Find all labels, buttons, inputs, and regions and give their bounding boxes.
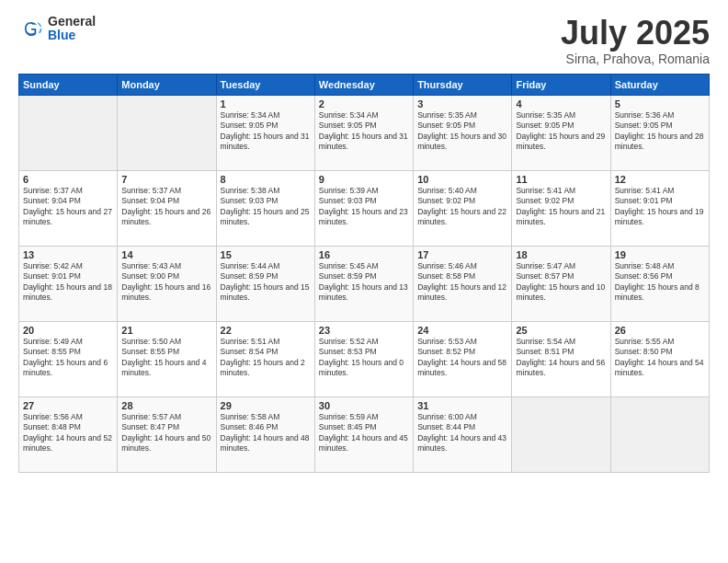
calendar-cell: 23Sunrise: 5:52 AMSunset: 8:53 PMDayligh…: [314, 321, 413, 396]
calendar-cell: 16Sunrise: 5:45 AMSunset: 8:59 PMDayligh…: [314, 246, 413, 321]
calendar-cell: [118, 95, 216, 170]
day-number: 7: [121, 174, 211, 185]
day-number: 9: [319, 174, 409, 185]
calendar-cell: 27Sunrise: 5:56 AMSunset: 8:48 PMDayligh…: [19, 396, 118, 472]
location: Sirna, Prahova, Romania: [561, 52, 710, 66]
calendar-cell: 3Sunrise: 5:35 AMSunset: 9:05 PMDaylight…: [414, 95, 512, 170]
day-number: 23: [319, 325, 409, 336]
calendar-cell: 11Sunrise: 5:41 AMSunset: 9:02 PMDayligh…: [512, 170, 610, 246]
logo-text: General Blue: [48, 15, 96, 43]
weekday-header-row: SundayMondayTuesdayWednesdayThursdayFrid…: [19, 74, 710, 95]
weekday-header: Wednesday: [314, 74, 413, 95]
calendar-cell: 24Sunrise: 5:53 AMSunset: 8:52 PMDayligh…: [414, 321, 512, 396]
calendar-cell: 2Sunrise: 5:34 AMSunset: 9:05 PMDaylight…: [314, 95, 413, 170]
calendar-cell: 5Sunrise: 5:36 AMSunset: 9:05 PMDaylight…: [610, 95, 709, 170]
calendar-week-row: 13Sunrise: 5:42 AMSunset: 9:01 PMDayligh…: [19, 246, 710, 321]
calendar-cell: 1Sunrise: 5:34 AMSunset: 9:05 PMDaylight…: [216, 95, 314, 170]
day-number: 28: [121, 400, 211, 411]
day-number: 5: [615, 98, 705, 109]
day-info: Sunrise: 5:53 AMSunset: 8:52 PMDaylight:…: [417, 337, 506, 377]
calendar-cell: 26Sunrise: 5:55 AMSunset: 8:50 PMDayligh…: [610, 321, 709, 396]
day-number: 3: [417, 98, 507, 109]
calendar-cell: 15Sunrise: 5:44 AMSunset: 8:59 PMDayligh…: [216, 246, 314, 321]
day-info: Sunrise: 5:39 AMSunset: 9:03 PMDaylight:…: [319, 186, 408, 226]
calendar-cell: 30Sunrise: 5:59 AMSunset: 8:45 PMDayligh…: [314, 396, 413, 472]
day-info: Sunrise: 5:40 AMSunset: 9:02 PMDaylight:…: [417, 186, 506, 226]
month-title: July 2025: [561, 15, 710, 52]
day-info: Sunrise: 5:41 AMSunset: 9:02 PMDaylight:…: [516, 186, 605, 226]
weekday-header: Friday: [512, 74, 610, 95]
day-info: Sunrise: 5:52 AMSunset: 8:53 PMDaylight:…: [319, 337, 404, 377]
logo: General Blue: [18, 15, 96, 43]
title-block: July 2025 Sirna, Prahova, Romania: [561, 15, 710, 66]
day-info: Sunrise: 5:46 AMSunset: 8:58 PMDaylight:…: [417, 261, 506, 302]
day-info: Sunrise: 5:36 AMSunset: 9:05 PMDaylight:…: [615, 110, 704, 151]
day-number: 31: [417, 400, 507, 411]
day-info: Sunrise: 5:59 AMSunset: 8:45 PMDaylight:…: [319, 412, 408, 453]
calendar-cell: 13Sunrise: 5:42 AMSunset: 9:01 PMDayligh…: [19, 246, 118, 321]
day-info: Sunrise: 5:38 AMSunset: 9:03 PMDaylight:…: [221, 186, 310, 226]
day-number: 20: [23, 325, 113, 336]
day-number: 15: [221, 249, 311, 260]
calendar-cell: [19, 95, 118, 170]
day-number: 22: [221, 325, 311, 336]
calendar-cell: 14Sunrise: 5:43 AMSunset: 9:00 PMDayligh…: [118, 246, 216, 321]
calendar-cell: 12Sunrise: 5:41 AMSunset: 9:01 PMDayligh…: [610, 170, 709, 246]
day-info: Sunrise: 5:34 AMSunset: 9:05 PMDaylight:…: [221, 110, 310, 151]
day-number: 26: [615, 325, 705, 336]
calendar-cell: 7Sunrise: 5:37 AMSunset: 9:04 PMDaylight…: [118, 170, 216, 246]
day-number: 17: [417, 249, 507, 260]
day-number: 19: [615, 249, 705, 260]
calendar-cell: 6Sunrise: 5:37 AMSunset: 9:04 PMDaylight…: [19, 170, 118, 246]
day-info: Sunrise: 5:35 AMSunset: 9:05 PMDaylight:…: [417, 110, 506, 151]
weekday-header: Monday: [118, 74, 216, 95]
day-info: Sunrise: 5:48 AMSunset: 8:56 PMDaylight:…: [615, 261, 700, 302]
day-number: 13: [23, 249, 113, 260]
day-number: 21: [121, 325, 211, 336]
day-number: 16: [319, 249, 409, 260]
day-info: Sunrise: 6:00 AMSunset: 8:44 PMDaylight:…: [417, 412, 506, 453]
calendar-cell: [512, 396, 610, 472]
calendar-cell: 10Sunrise: 5:40 AMSunset: 9:02 PMDayligh…: [414, 170, 512, 246]
day-info: Sunrise: 5:37 AMSunset: 9:04 PMDaylight:…: [23, 186, 112, 226]
day-number: 25: [516, 325, 606, 336]
calendar-cell: 18Sunrise: 5:47 AMSunset: 8:57 PMDayligh…: [512, 246, 610, 321]
day-number: 27: [23, 400, 113, 411]
day-info: Sunrise: 5:44 AMSunset: 8:59 PMDaylight:…: [221, 261, 310, 302]
day-number: 11: [516, 174, 606, 185]
day-info: Sunrise: 5:43 AMSunset: 9:00 PMDaylight:…: [121, 261, 210, 302]
calendar-cell: 19Sunrise: 5:48 AMSunset: 8:56 PMDayligh…: [610, 246, 709, 321]
day-number: 6: [23, 174, 113, 185]
calendar-cell: 29Sunrise: 5:58 AMSunset: 8:46 PMDayligh…: [216, 396, 314, 472]
weekday-header: Sunday: [19, 74, 118, 95]
day-number: 1: [221, 98, 311, 109]
calendar-week-row: 1Sunrise: 5:34 AMSunset: 9:05 PMDaylight…: [19, 95, 710, 170]
weekday-header: Thursday: [414, 74, 512, 95]
day-info: Sunrise: 5:58 AMSunset: 8:46 PMDaylight:…: [221, 412, 310, 453]
calendar-cell: [610, 396, 709, 472]
day-number: 14: [121, 249, 211, 260]
page-header: General Blue July 2025 Sirna, Prahova, R…: [18, 15, 710, 66]
day-number: 2: [319, 98, 409, 109]
day-info: Sunrise: 5:54 AMSunset: 8:51 PMDaylight:…: [516, 337, 605, 377]
day-info: Sunrise: 5:35 AMSunset: 9:05 PMDaylight:…: [516, 110, 605, 151]
day-info: Sunrise: 5:47 AMSunset: 8:57 PMDaylight:…: [516, 261, 605, 302]
calendar-cell: 31Sunrise: 6:00 AMSunset: 8:44 PMDayligh…: [414, 396, 512, 472]
day-number: 4: [516, 98, 606, 109]
day-info: Sunrise: 5:51 AMSunset: 8:54 PMDaylight:…: [221, 337, 305, 377]
logo-blue-text: Blue: [48, 29, 96, 42]
day-number: 18: [516, 249, 606, 260]
day-info: Sunrise: 5:49 AMSunset: 8:55 PMDaylight:…: [23, 337, 108, 377]
day-info: Sunrise: 5:41 AMSunset: 9:01 PMDaylight:…: [615, 186, 704, 226]
calendar-cell: 8Sunrise: 5:38 AMSunset: 9:03 PMDaylight…: [216, 170, 314, 246]
day-number: 8: [221, 174, 311, 185]
calendar-cell: 21Sunrise: 5:50 AMSunset: 8:55 PMDayligh…: [118, 321, 216, 396]
calendar-cell: 9Sunrise: 5:39 AMSunset: 9:03 PMDaylight…: [314, 170, 413, 246]
day-info: Sunrise: 5:50 AMSunset: 8:55 PMDaylight:…: [121, 337, 206, 377]
calendar-table: SundayMondayTuesdayWednesdayThursdayFrid…: [18, 74, 710, 473]
calendar-cell: 22Sunrise: 5:51 AMSunset: 8:54 PMDayligh…: [216, 321, 314, 396]
logo-general-text: General: [48, 15, 96, 29]
weekday-header: Saturday: [610, 74, 709, 95]
day-info: Sunrise: 5:45 AMSunset: 8:59 PMDaylight:…: [319, 261, 408, 302]
day-info: Sunrise: 5:37 AMSunset: 9:04 PMDaylight:…: [121, 186, 210, 226]
